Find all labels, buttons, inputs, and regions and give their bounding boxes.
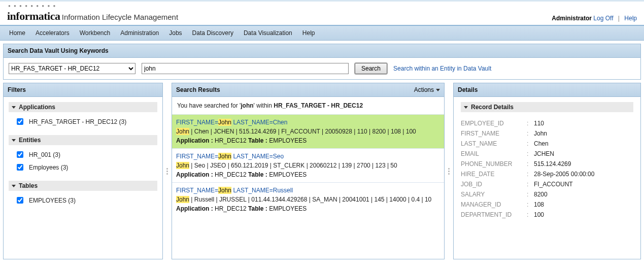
record-details-section[interactable]: Record Details <box>461 102 633 112</box>
detail-value: 110 <box>534 120 544 127</box>
details-panel: Details Record Details EMPLOYEE_ID:110FI… <box>453 83 641 259</box>
filter-checkbox[interactable] <box>17 118 23 125</box>
filter-group-label: Entities <box>19 137 41 144</box>
filter-checkbox[interactable] <box>17 197 23 204</box>
help-link[interactable]: Help <box>624 15 637 22</box>
brand: ● ● ● ● ● ● ● ● ● informatica Informatio… <box>7 5 178 23</box>
results-summary: You have searched for 'john' within HR_F… <box>172 97 444 114</box>
filter-group-applications[interactable]: Applications <box>9 102 157 112</box>
filter-item[interactable]: HR_001 (3) <box>9 148 157 161</box>
main-menu: HomeAcceleratorsWorkbenchAdministrationJ… <box>0 26 644 41</box>
menu-jobs[interactable]: Jobs <box>164 26 187 40</box>
filter-checkbox[interactable] <box>17 151 23 158</box>
search-input[interactable] <box>142 63 349 74</box>
chevron-down-icon <box>12 106 16 109</box>
chevron-down-icon <box>12 139 16 142</box>
detail-row: JOB_ID:FI_ACCOUNT <box>461 179 633 189</box>
filter-item[interactable]: EMPLOYEES (3) <box>9 194 157 207</box>
detail-key: EMPLOYEE_ID <box>461 120 527 127</box>
detail-colon: : <box>527 211 534 218</box>
detail-value: 28-Sep-2005 00:00:00 <box>534 171 594 178</box>
menu-workbench[interactable]: Workbench <box>75 26 115 40</box>
datasource-select[interactable]: HR_FAS_TARGET - HR_DEC12 <box>9 63 135 74</box>
detail-colon: : <box>527 181 534 188</box>
detail-row: LAST_NAME:Chen <box>461 139 633 149</box>
search-panel-title: Search Data Vault Using Keywords <box>4 44 640 58</box>
detail-key: MANAGER_ID <box>461 201 527 208</box>
detail-value: JCHEN <box>534 150 554 157</box>
result-heading: FIRST_NAME=John LAST_NAME=Russell <box>176 186 440 195</box>
current-user: Administrator <box>552 15 592 22</box>
detail-colon: : <box>527 150 534 157</box>
summary-scope: HR_FAS_TARGET - HR_DEC12 <box>274 102 363 109</box>
product-tagline: Information Lifecycle Management <box>62 13 178 22</box>
filter-item[interactable]: Employees (3) <box>9 161 157 174</box>
menu-data-visualization[interactable]: Data Visualization <box>239 26 297 40</box>
result-heading: FIRST_NAME=John LAST_NAME=Seo <box>176 152 440 161</box>
filter-item-label: EMPLOYEES (3) <box>29 197 76 204</box>
detail-row: HIRE_DATE:28-Sep-2005 00:00:00 <box>461 169 633 179</box>
filter-item-label: HR_001 (3) <box>29 151 60 158</box>
menu-administration[interactable]: Administration <box>115 26 164 40</box>
menu-accelerators[interactable]: Accelerators <box>30 26 75 40</box>
search-within-entity-link[interactable]: Search within an Entity in Data Vault <box>393 65 491 72</box>
detail-row: PHONE_NUMBER:515.124.4269 <box>461 159 633 169</box>
columns: Filters ApplicationsHR_FAS_TARGET - HR_D… <box>3 83 641 259</box>
brand-text: ● ● ● ● ● ● ● ● ● informatica Informatio… <box>7 5 178 23</box>
menu-data-discovery[interactable]: Data Discovery <box>187 26 239 40</box>
filter-group-label: Applications <box>19 104 55 111</box>
detail-row: SALARY:8200 <box>461 189 633 199</box>
result-row[interactable]: FIRST_NAME=John LAST_NAME=RussellJohn | … <box>172 182 444 216</box>
result-summary: John | Seo | JSEO | 650.121.2019 | ST_CL… <box>176 161 440 170</box>
filter-group-entities[interactable]: Entities <box>9 135 157 145</box>
detail-colon: : <box>527 191 534 198</box>
search-panel: Search Data Vault Using Keywords HR_FAS_… <box>3 44 641 80</box>
detail-key: PHONE_NUMBER <box>461 160 527 168</box>
summary-term: john <box>241 102 253 109</box>
detail-colon: : <box>527 171 534 178</box>
summary-mid: ' within <box>254 102 274 109</box>
result-source: Application : HR_DEC12 Table : EMPLOYEES <box>176 170 440 179</box>
splitter-left[interactable] <box>166 83 168 259</box>
filters-body: ApplicationsHR_FAS_TARGET - HR_DEC12 (3)… <box>4 97 162 219</box>
detail-value: FI_ACCOUNT <box>534 181 573 188</box>
detail-key: LAST_NAME <box>461 140 527 147</box>
result-summary: John | Chen | JCHEN | 515.124.4269 | FI_… <box>176 127 440 136</box>
filter-item-label: Employees (3) <box>29 164 68 171</box>
splitter-right[interactable] <box>448 83 450 259</box>
result-heading: FIRST_NAME=John LAST_NAME=Chen <box>176 118 440 127</box>
filter-item[interactable]: HR_FAS_TARGET - HR_DEC12 (3) <box>9 115 157 128</box>
detail-key: EMAIL <box>461 150 527 157</box>
brand-dots-icon: ● ● ● ● ● ● ● ● ● <box>7 5 178 10</box>
chevron-down-icon <box>436 89 440 91</box>
menu-home[interactable]: Home <box>4 26 30 40</box>
filter-checkbox[interactable] <box>17 164 23 171</box>
top-bar: ● ● ● ● ● ● ● ● ● informatica Informatio… <box>0 0 644 26</box>
detail-value: 100 <box>534 211 544 218</box>
result-row[interactable]: FIRST_NAME=John LAST_NAME=SeoJohn | Seo … <box>172 148 444 182</box>
detail-value: 515.124.4269 <box>534 160 571 168</box>
results-header: Search Results Actions <box>172 83 444 97</box>
results-panel: Search Results Actions You have searched… <box>172 83 445 259</box>
filter-group-tables[interactable]: Tables <box>9 181 157 191</box>
chevron-down-icon <box>464 106 468 109</box>
menu-help[interactable]: Help <box>297 26 320 40</box>
detail-row: EMPLOYEE_ID:110 <box>461 118 633 128</box>
detail-colon: : <box>527 201 534 208</box>
results-body: You have searched for 'john' within HR_F… <box>172 97 444 216</box>
detail-value: 108 <box>534 201 544 208</box>
result-row[interactable]: FIRST_NAME=John LAST_NAME=ChenJohn | Che… <box>172 114 444 148</box>
detail-key: HIRE_DATE <box>461 171 527 178</box>
search-button[interactable]: Search <box>355 63 387 74</box>
chevron-down-icon <box>12 185 16 187</box>
results-actions-menu[interactable]: Actions <box>414 86 440 93</box>
detail-value: 8200 <box>534 191 548 198</box>
detail-row: DEPARTMENT_ID:100 <box>461 210 633 220</box>
results-list: FIRST_NAME=John LAST_NAME=ChenJohn | Che… <box>172 114 444 216</box>
result-source: Application : HR_DEC12 Table : EMPLOYEES <box>176 136 440 145</box>
detail-row: EMAIL:JCHEN <box>461 149 633 159</box>
logoff-link[interactable]: Log Off <box>593 15 613 22</box>
detail-key: DEPARTMENT_ID <box>461 211 527 218</box>
detail-key: JOB_ID <box>461 181 527 188</box>
detail-value: Chen <box>534 140 549 147</box>
